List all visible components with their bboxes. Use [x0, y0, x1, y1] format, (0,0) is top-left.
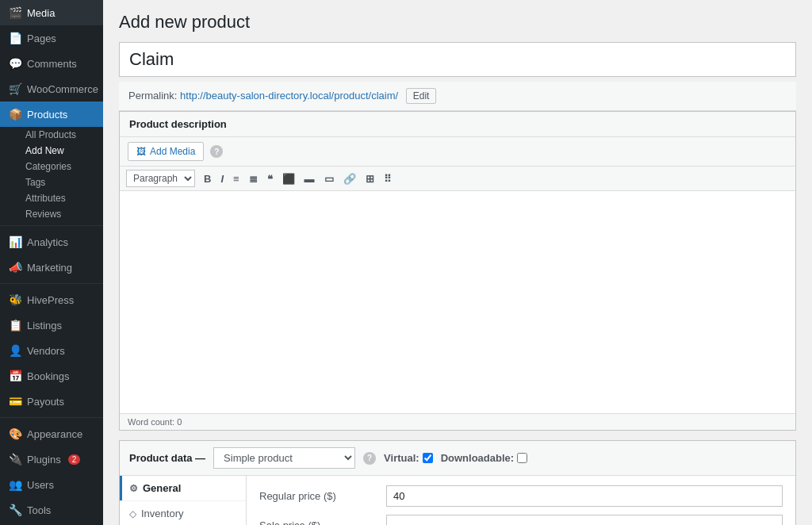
- regular-price-label: Regular price ($): [259, 490, 386, 502]
- product-description-editor: Product description 🖼 Add Media ? Paragr…: [119, 111, 796, 431]
- listings-icon: 📋: [8, 319, 22, 331]
- sidebar-item-vendors[interactable]: 👤 Vendors: [0, 338, 103, 363]
- sidebar-item-payouts[interactable]: 💳 Payouts: [0, 389, 103, 414]
- sidebar-item-label: HivePress: [27, 294, 74, 306]
- sidebar-item-label: Marketing: [27, 262, 72, 274]
- sidebar-sub-tags[interactable]: Tags: [0, 174, 103, 190]
- sidebar-sub-categories[interactable]: Categories: [0, 159, 103, 174]
- sidebar-divider-3: [0, 417, 103, 418]
- sidebar-item-products[interactable]: 📦 Products: [0, 102, 103, 127]
- add-media-bar: 🖼 Add Media ?: [120, 137, 795, 167]
- editor-toolbar: Paragraph B I ≡ ≣ ❝ ⬛ ▬ ▭ 🔗 ⊞ ⠿: [120, 167, 795, 191]
- product-type-help-icon[interactable]: ?: [363, 452, 376, 465]
- woocommerce-icon: 🛒: [8, 82, 22, 95]
- sidebar-item-tools[interactable]: 🔧 Tools: [0, 497, 103, 523]
- sidebar-item-hivepress[interactable]: 🐝 HivePress: [0, 287, 103, 312]
- categories-label: Categories: [25, 161, 71, 172]
- align-right-button[interactable]: ▭: [320, 171, 338, 187]
- general-tab-icon: ⚙: [129, 483, 138, 494]
- sidebar-sub-attributes[interactable]: Attributes: [0, 190, 103, 206]
- sidebar-item-label: Listings: [27, 320, 62, 331]
- virtual-checkbox[interactable]: [423, 453, 433, 463]
- sale-price-row: Sale price ($): [259, 515, 783, 525]
- sidebar-item-label: Analytics: [27, 236, 68, 248]
- description-help-icon[interactable]: ?: [210, 145, 223, 158]
- downloadable-checkbox[interactable]: [517, 453, 527, 463]
- paragraph-select[interactable]: Paragraph: [126, 170, 195, 187]
- sidebar-divider: [0, 225, 103, 226]
- bold-button[interactable]: B: [200, 171, 215, 187]
- sidebar-item-users[interactable]: 👥 Users: [0, 472, 103, 497]
- product-title-input[interactable]: [119, 42, 796, 77]
- inventory-tab-label: Inventory: [141, 508, 183, 519]
- general-tab-label: General: [143, 482, 181, 494]
- sidebar-item-pages[interactable]: 📄 Pages: [0, 25, 103, 51]
- page-title: Add new product: [119, 12, 796, 33]
- align-center-button[interactable]: ▬: [301, 171, 319, 187]
- word-count: Word count: 0: [128, 417, 182, 427]
- sidebar-item-bookings[interactable]: 📅 Bookings: [0, 363, 103, 389]
- product-data-tabs: ⚙ General ◇ Inventory 🔗 Linked Products: [120, 476, 247, 525]
- align-left-button[interactable]: ⬛: [278, 171, 299, 187]
- sidebar-item-label: Products: [27, 109, 67, 121]
- appearance-icon: 🎨: [8, 427, 22, 440]
- italic-button[interactable]: I: [216, 171, 228, 187]
- sidebar-item-label: Users: [27, 479, 54, 491]
- inventory-tab-icon: ◇: [129, 508, 136, 519]
- hivepress-icon: 🐝: [8, 293, 22, 306]
- tools-icon: 🔧: [8, 504, 22, 516]
- add-media-button[interactable]: 🖼 Add Media: [128, 142, 204, 161]
- product-data-body: ⚙ General ◇ Inventory 🔗 Linked Products: [120, 476, 795, 525]
- vendors-icon: 👤: [8, 344, 22, 357]
- plugins-badge: 2: [68, 454, 81, 465]
- bookings-icon: 📅: [8, 370, 22, 382]
- sale-price-label: Sale price ($): [259, 519, 386, 525]
- marketing-icon: 📣: [8, 261, 22, 274]
- ordered-list-button[interactable]: ≣: [245, 171, 262, 187]
- sidebar-item-marketing[interactable]: 📣 Marketing: [0, 255, 103, 280]
- all-products-label: All Products: [25, 129, 76, 140]
- tab-general[interactable]: ⚙ General: [120, 476, 246, 501]
- link-button[interactable]: 🔗: [339, 171, 360, 187]
- more-button[interactable]: ⠿: [380, 171, 396, 187]
- virtual-row: Virtual:: [384, 452, 433, 464]
- editor-body[interactable]: [120, 191, 795, 413]
- sidebar-item-label: Media: [27, 7, 55, 19]
- blockquote-button[interactable]: ❝: [263, 171, 277, 187]
- sidebar-sub-reviews[interactable]: Reviews: [0, 206, 103, 222]
- table-button[interactable]: ⊞: [362, 171, 378, 187]
- analytics-icon: 📊: [8, 236, 22, 248]
- product-data-section: Product data — Simple product Variable p…: [119, 440, 796, 525]
- product-data-content: Regular price ($) Sale price ($): [247, 476, 795, 525]
- product-data-label: Product data —: [129, 452, 205, 464]
- sidebar-item-label: Vendors: [27, 345, 65, 357]
- sidebar-item-appearance[interactable]: 🎨 Appearance: [0, 421, 103, 446]
- sidebar-item-label: Comments: [27, 58, 77, 70]
- main-content: Add new product Permalink: http://beauty…: [103, 0, 812, 525]
- sale-price-input[interactable]: [386, 515, 783, 525]
- sidebar-item-woocommerce[interactable]: 🛒 WooCommerce: [0, 76, 103, 102]
- pages-icon: 📄: [8, 32, 22, 44]
- permalink-link[interactable]: http://beauty-salon-directory.local/prod…: [180, 90, 398, 102]
- product-type-select[interactable]: Simple product Variable product Grouped …: [213, 447, 355, 469]
- sidebar-item-comments[interactable]: 💬 Comments: [0, 51, 103, 76]
- sidebar-item-plugins[interactable]: 🔌 Plugins 2: [0, 446, 103, 472]
- tab-inventory[interactable]: ◇ Inventory: [120, 501, 246, 525]
- sidebar-item-media[interactable]: 🎬 Media: [0, 0, 103, 25]
- virtual-label: Virtual:: [384, 452, 419, 464]
- users-icon: 👥: [8, 478, 22, 491]
- permalink-edit-button[interactable]: Edit: [406, 88, 437, 104]
- products-icon: 📦: [8, 108, 22, 121]
- sidebar-item-listings[interactable]: 📋 Listings: [0, 312, 103, 338]
- editor-footer: Word count: 0: [120, 413, 795, 430]
- sidebar-sub-all-products[interactable]: All Products: [0, 127, 103, 143]
- unordered-list-button[interactable]: ≡: [229, 171, 243, 187]
- downloadable-row: Downloadable:: [441, 452, 527, 464]
- sidebar-sub-add-new[interactable]: Add New: [0, 143, 103, 159]
- attributes-label: Attributes: [25, 193, 66, 204]
- product-data-header: Product data — Simple product Variable p…: [120, 441, 795, 476]
- sidebar-item-label: Pages: [27, 33, 56, 44]
- sidebar-item-label: Tools: [27, 504, 51, 516]
- regular-price-input[interactable]: [386, 485, 783, 507]
- sidebar-item-analytics[interactable]: 📊 Analytics: [0, 229, 103, 255]
